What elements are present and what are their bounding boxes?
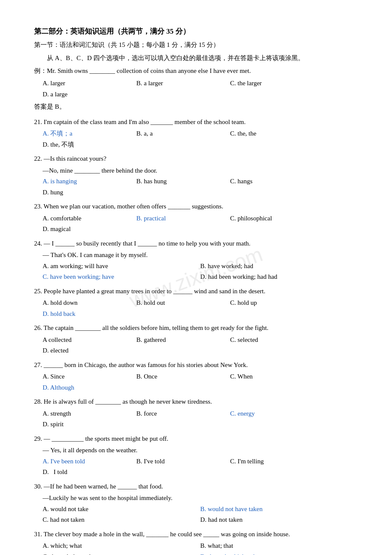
example-option-d: D. a large	[43, 89, 136, 100]
q27-option-b: B. Once	[136, 371, 230, 382]
q28-option-b: B. force	[136, 408, 230, 419]
q29-option-c: C. I'm telling	[230, 456, 324, 467]
q23-option-b: B. practical	[136, 213, 230, 224]
q27-option-a: A. Since	[43, 371, 136, 382]
example-answer: 答案是 B。	[34, 101, 358, 113]
q21-option-c: C. the, the	[230, 128, 324, 139]
q26-option-b: B. gathered	[136, 335, 230, 346]
question-28-text: 28. He is always full of ________ as tho…	[34, 396, 358, 408]
question-29: 29. — __________ the sports meet might b…	[34, 434, 358, 478]
q22-option-b: B. has hung	[136, 176, 230, 187]
q29-option-a: A. I've been told	[43, 456, 136, 467]
question-27: 27. ______ born in Chicago, the author w…	[34, 360, 358, 393]
question-24-options: A. am working; will have B. have worked;…	[43, 261, 358, 283]
q26-option-a: A collected	[43, 335, 136, 346]
q22-option-a: A. is hanging	[43, 176, 136, 187]
question-31: 31. The clever boy made a hole in the wa…	[34, 529, 358, 555]
q26-option-c: C. selected	[230, 335, 324, 346]
question-23: 23. When we plan our vacation, mother of…	[34, 201, 358, 235]
example-options: A. larger B. a larger C. the larger D. a…	[43, 78, 358, 100]
question-21-text: 21. I'm captain of the class team and I'…	[34, 117, 358, 128]
question-27-text: 27. ______ born in Chicago, the author w…	[34, 360, 358, 371]
q21-option-a: A. 不填；a	[43, 128, 136, 139]
q28-option-c: C. energy	[230, 408, 324, 419]
q24-option-d: D. had been working; had had	[200, 272, 358, 283]
question-22: 22. —Is this raincoat yours? —No, mine _…	[34, 153, 358, 198]
q25-option-c: C. hold up	[230, 298, 324, 309]
instruction: 从 A、B、C、D 四个选项中，选出可以填入空白处的最佳选项，并在答题卡上将该项…	[34, 53, 358, 64]
q23-option-d: D. magical	[43, 224, 136, 235]
q29-option-d: D. I told	[43, 467, 136, 478]
question-26-options: A collected B. gathered C. selected D. e…	[43, 335, 358, 356]
question-26-text: 26. The captain ________ all the soldier…	[34, 323, 358, 334]
example-option-c: C. the larger	[230, 78, 324, 89]
question-30: 30. —If he had been warned, he ______ th…	[34, 481, 358, 526]
q27-option-d: D. Although	[43, 382, 136, 393]
question-29-text: 29. — __________ the sports meet might b…	[34, 434, 358, 445]
q30-option-b: B. would not have taken	[200, 504, 358, 515]
q30-option-a: A. would not take	[43, 504, 200, 515]
question-29-subtext: — Yes, it all depends on the weather.	[43, 445, 358, 456]
question-25: 25. People have planted a great many tre…	[34, 286, 358, 320]
question-28: 28. He is always full of ________ as tho…	[34, 396, 358, 430]
q25-option-b: B. hold out	[136, 298, 230, 309]
question-24-subtext: — That's OK. I can manage it by myself.	[43, 250, 358, 261]
q30-option-c: C. had not taken	[43, 515, 200, 526]
q21-option-d: D. the, 不填	[43, 139, 136, 150]
q31-option-b: B. what; that	[200, 541, 358, 552]
q28-option-d: D. spirit	[43, 419, 136, 430]
question-30-subtext: —Luckily he was sent to the hospital imm…	[43, 493, 358, 504]
question-21-options: A. 不填；a B. a, a C. the, the D. the, 不填	[43, 128, 358, 150]
example-block: 例：Mr. Smith owns ________ collection of …	[34, 66, 358, 113]
example-option-a: A. larger	[43, 78, 136, 89]
q22-option-d: D. hung	[43, 187, 136, 198]
question-31-text: 31. The clever boy made a hole in the wa…	[34, 529, 358, 540]
question-22-options: A. is hanging B. has hung C. hangs D. hu…	[43, 176, 358, 198]
q27-option-c: C. When	[230, 371, 324, 382]
question-22-subtext: —No, mine ________ there behind the door…	[43, 165, 358, 176]
q31-option-c: C. through that; what	[43, 552, 200, 555]
q25-option-a: A. hold down	[43, 298, 136, 309]
q23-option-a: A. comfortable	[43, 213, 136, 224]
question-22-text: 22. —Is this raincoat yours?	[34, 153, 358, 165]
q26-option-d: D. elected	[43, 345, 136, 356]
question-24: 24. — I ______ so busily recently that I…	[34, 238, 358, 283]
question-21: 21. I'm captain of the class team and I'…	[34, 117, 358, 150]
question-24-text: 24. — I ______ so busily recently that I…	[34, 238, 358, 249]
q30-option-d: D. had not taken	[200, 515, 358, 526]
question-31-options: A. which; what B. what; that C. through …	[43, 541, 358, 555]
q31-option-d: D. through which; what	[200, 552, 358, 555]
q24-option-c: C. have been working; have	[43, 272, 200, 283]
q24-option-a: A. am working; will have	[43, 261, 200, 272]
q24-option-b: B. have worked; had	[200, 261, 358, 272]
question-28-options: A. strength B. force C. energy D. spirit	[43, 408, 358, 430]
sub-title: 第一节：语法和词汇知识（共 15 小题；每小题 1 分，满分 15 分）	[34, 40, 358, 51]
example-question: 例：Mr. Smith owns ________ collection of …	[34, 66, 358, 77]
q31-option-a: A. which; what	[43, 541, 200, 552]
q28-option-a: A. strength	[43, 408, 136, 419]
question-25-options: A. hold down B. hold out C. hold up D. h…	[43, 298, 358, 319]
q29-option-b: B. I've told	[136, 456, 230, 467]
q22-option-c: C. hangs	[230, 176, 324, 187]
section-title: 第二部分：英语知识运用（共两节，满分 35 分）	[34, 26, 358, 38]
question-26: 26. The captain ________ all the soldier…	[34, 323, 358, 356]
question-25-text: 25. People have planted a great many tre…	[34, 286, 358, 297]
example-option-b: B. a larger	[136, 78, 230, 89]
question-29-options: A. I've been told B. I've told C. I'm te…	[43, 456, 358, 478]
question-30-options: A. would not take B. would not have take…	[43, 504, 358, 526]
q25-option-d: D. hold back	[43, 309, 136, 320]
q23-option-c: C. philosophical	[230, 213, 324, 224]
question-23-options: A. comfortable B. practical C. philosoph…	[43, 213, 358, 235]
question-30-text: 30. —If he had been warned, he ______ th…	[34, 481, 358, 492]
q21-option-b: B. a, a	[136, 128, 230, 139]
question-23-text: 23. When we plan our vacation, mother of…	[34, 201, 358, 212]
question-27-options: A. Since B. Once C. When D. Although	[43, 371, 358, 393]
